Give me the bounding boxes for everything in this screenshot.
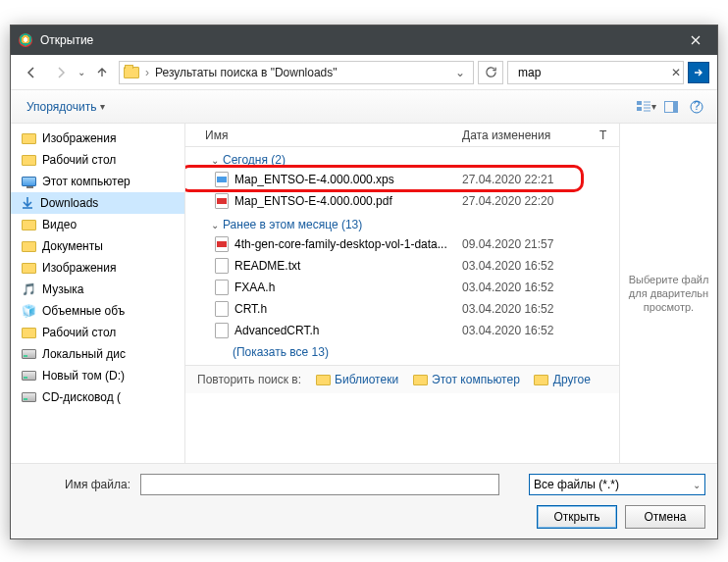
preview-pane-button[interactable] [658, 94, 684, 120]
address-dropdown-icon[interactable]: ⌄ [451, 62, 469, 83]
column-headers[interactable]: Имя Дата изменения Т [185, 124, 619, 147]
file-list: Имя Дата изменения Т ⌄ Сегодня (2)Map_EN… [185, 124, 619, 463]
sidebar-item[interactable]: Видео [11, 214, 184, 235]
sidebar-item[interactable]: Локальный дис [11, 343, 184, 365]
chevron-right-icon: › [145, 66, 149, 79]
file-row[interactable]: README.txt03.04.2020 16:52 [185, 255, 619, 277]
group-header[interactable]: ⌄ Сегодня (2) [185, 147, 619, 169]
back-button[interactable] [19, 60, 44, 85]
file-row[interactable]: Map_ENTSO-E-4.000.000.pdf27.04.2020 22:2… [185, 190, 619, 212]
toolbar: Упорядочить ▾ ▾ ? [11, 90, 717, 124]
open-button[interactable]: Открыть [537, 505, 617, 529]
sidebar: ИзображенияРабочий столЭтот компьютерDow… [11, 124, 185, 463]
history-dropdown-icon[interactable]: ⌄ [78, 67, 85, 77]
window-title: Открытие [40, 33, 674, 47]
sidebar-item[interactable]: CD-дисковод ( [11, 386, 184, 408]
sidebar-item[interactable]: 🎵Музыка [11, 279, 184, 300]
svg-text:?: ? [694, 100, 701, 113]
file-icon [215, 301, 229, 317]
sidebar-item[interactable]: Этот компьютер [11, 171, 184, 192]
group-header[interactable]: ⌄ Ранее в этом месяце (13) [185, 212, 619, 233]
filename-input[interactable] [140, 474, 499, 495]
chevron-down-icon: ▾ [100, 101, 105, 112]
show-all-link[interactable]: (Показать все 13) [233, 345, 329, 359]
file-icon [215, 323, 229, 338]
file-row[interactable]: Map_ENTSO-E-4.000.000.xps27.04.2020 22:2… [185, 169, 619, 190]
file-icon [215, 236, 229, 252]
svg-rect-4 [673, 101, 678, 112]
footer: Имя файла: Все файлы (*.*) ⌄ Открыть Отм… [11, 463, 717, 538]
close-button[interactable] [674, 26, 717, 55]
search-box[interactable]: ✕ [507, 61, 684, 84]
sidebar-item[interactable]: 🧊Объемные объ [11, 300, 184, 322]
navbar: ⌄ › Результаты поиска в "Downloads" ⌄ ✕ [11, 55, 717, 90]
forward-button[interactable] [48, 60, 74, 85]
sidebar-item[interactable]: Рабочий стол [11, 149, 184, 171]
folder-icon [124, 67, 139, 78]
repeat-location[interactable]: Этот компьютер [412, 372, 520, 387]
help-button[interactable]: ? [684, 94, 709, 120]
repeat-search-bar: Повторить поиск в:БиблиотекиЭтот компьют… [185, 365, 619, 393]
file-icon [215, 258, 229, 274]
cancel-button[interactable]: Отмена [625, 505, 705, 529]
repeat-location[interactable]: Библиотеки [315, 372, 398, 387]
column-type[interactable]: Т [599, 128, 619, 142]
svg-rect-2 [637, 107, 642, 111]
titlebar: Открытие [11, 26, 717, 55]
file-icon [215, 193, 229, 209]
file-row[interactable]: 4th-gen-core-family-desktop-vol-1-data..… [185, 233, 619, 255]
filename-label: Имя файла: [23, 478, 130, 491]
file-row[interactable]: CRT.h03.04.2020 16:52 [185, 298, 619, 320]
file-open-dialog: Открытие ⌄ › Результаты поиска в "Downlo… [10, 25, 718, 539]
sidebar-item[interactable]: Новый том (D:) [11, 365, 184, 386]
sidebar-item[interactable]: Рабочий стол [11, 322, 184, 343]
chrome-icon [19, 33, 32, 47]
search-input[interactable] [518, 66, 665, 79]
clear-search-button[interactable]: ✕ [671, 62, 681, 83]
file-row[interactable]: FXAA.h03.04.2020 16:52 [185, 277, 619, 298]
organize-button[interactable]: Упорядочить ▾ [19, 94, 113, 120]
search-go-button[interactable] [688, 62, 709, 83]
sidebar-item[interactable]: Downloads [11, 192, 184, 214]
breadcrumb: Результаты поиска в "Downloads" [155, 66, 445, 79]
svg-rect-1 [637, 101, 642, 105]
sidebar-item[interactable]: Изображения [11, 257, 184, 279]
refresh-button[interactable] [478, 61, 503, 84]
column-date[interactable]: Дата изменения [462, 128, 599, 142]
preview-pane: Выберите файл для дварительн просмотр. [619, 124, 717, 463]
sidebar-item[interactable]: Изображения [11, 128, 184, 149]
file-type-filter[interactable]: Все файлы (*.*) ⌄ [529, 474, 705, 495]
file-row[interactable]: AdvancedCRT.h03.04.2020 16:52 [185, 320, 619, 341]
address-bar[interactable]: › Результаты поиска в "Downloads" ⌄ [119, 61, 474, 84]
up-button[interactable] [89, 60, 115, 85]
file-icon [215, 172, 229, 187]
chevron-down-icon: ⌄ [693, 480, 701, 490]
file-icon [215, 280, 229, 295]
view-options-button[interactable]: ▾ [633, 94, 658, 120]
chevron-down-icon: ⌄ [211, 155, 219, 166]
chevron-down-icon: ⌄ [211, 220, 219, 230]
repeat-location[interactable]: Другое [534, 372, 591, 387]
sidebar-item[interactable]: Документы [11, 235, 184, 257]
column-name[interactable]: Имя [185, 128, 462, 142]
